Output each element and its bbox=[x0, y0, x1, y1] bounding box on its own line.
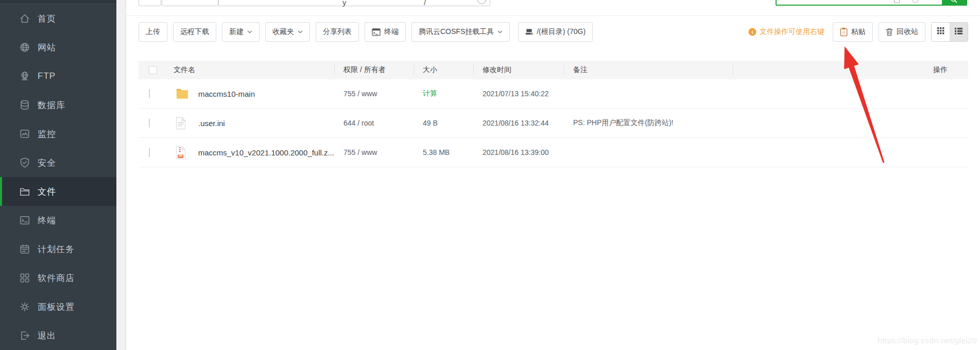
search-icon bbox=[950, 0, 958, 4]
toolbar-right: i 文件操作可使用右键 粘贴 回收站 bbox=[748, 22, 968, 42]
select-all-checkbox[interactable] bbox=[149, 66, 157, 74]
col-note: 备注 bbox=[564, 61, 733, 79]
search-button[interactable] bbox=[942, 0, 966, 5]
right-click-tip: i 文件操作可使用右键 bbox=[748, 27, 824, 37]
zip-file-icon: ZIP bbox=[176, 144, 190, 161]
chevron-down-icon bbox=[497, 30, 503, 33]
file-permission-owner: 755 / www bbox=[334, 90, 414, 98]
col-mtime: 修改时间 bbox=[473, 61, 564, 79]
bt-panel-file-manager: 首页 网站 FTP 数据库 监控 安全 文件 终端 计划任务 软件商店 面板设置… bbox=[0, 0, 980, 350]
file-table: 文件名 权限 / 所有者 大小 修改时间 备注 操作 maccms10-main… bbox=[139, 61, 968, 167]
path-slash-text: / bbox=[424, 0, 426, 7]
grid-view-icon bbox=[937, 27, 944, 37]
terminal-window-icon bbox=[372, 28, 381, 36]
doc-file-icon bbox=[176, 115, 190, 131]
disk-icon bbox=[525, 28, 533, 36]
folder-icon bbox=[19, 186, 30, 197]
table-row: .user.ini 644 / root 49 B 2021/08/16 13:… bbox=[139, 109, 968, 138]
sidebar-item-database[interactable]: 数据库 bbox=[0, 91, 116, 119]
calendar-icon bbox=[19, 243, 30, 255]
favorites-button[interactable]: 收藏夹 bbox=[265, 22, 310, 42]
row-checkbox[interactable] bbox=[149, 118, 150, 128]
row-checkbox[interactable] bbox=[149, 89, 150, 98]
sidebar-item-security[interactable]: 安全 bbox=[0, 148, 116, 177]
clipboard-icon bbox=[840, 27, 848, 37]
file-mtime: 2021/08/16 13:39:00 bbox=[473, 148, 564, 156]
col-actions: 操作 bbox=[733, 61, 968, 79]
home-icon bbox=[19, 13, 30, 24]
sidebar-item-site[interactable]: 网站 bbox=[0, 33, 116, 62]
table-row: ZIP maccms_v10_v2021.1000.2000_full.z...… bbox=[139, 138, 968, 167]
sidebar-top-strip bbox=[0, 0, 116, 4]
shield-icon bbox=[19, 157, 30, 168]
file-note: PS: PHP用户配置文件(防跨站)! bbox=[564, 118, 733, 128]
path-back-button[interactable] bbox=[139, 0, 161, 6]
grid-view-button[interactable] bbox=[932, 23, 950, 41]
file-mtime: 2021/08/16 13:32:44 bbox=[473, 119, 564, 127]
recycle-bin-button[interactable]: 回收站 bbox=[879, 22, 925, 42]
file-permission-owner: 755 / www bbox=[334, 148, 414, 156]
sidebar-item-logout[interactable]: 退出 bbox=[0, 321, 116, 350]
col-filename: 文件名 bbox=[161, 61, 334, 79]
sidebar-gap bbox=[116, 0, 126, 350]
terminal-icon bbox=[19, 215, 30, 226]
sidebar-item-cron[interactable]: 计划任务 bbox=[0, 235, 116, 264]
search-history-icon[interactable] bbox=[894, 0, 900, 3]
chevron-down-icon bbox=[298, 30, 303, 33]
file-permission-owner: 644 / root bbox=[334, 119, 414, 127]
file-mtime: 2021/07/13 15:40:22 bbox=[473, 90, 564, 98]
cosfs-tool-button[interactable]: 腾讯云COSFS挂载工具 bbox=[411, 22, 510, 42]
file-size: 49 B bbox=[414, 119, 473, 127]
file-search-input[interactable] bbox=[776, 0, 967, 6]
table-header: 文件名 权限 / 所有者 大小 修改时间 备注 操作 bbox=[139, 61, 968, 79]
gear-icon bbox=[19, 301, 30, 312]
share-list-button[interactable]: 分享列表 bbox=[316, 22, 359, 42]
path-input-text: y bbox=[342, 0, 347, 7]
calc-size-link[interactable]: 计算 bbox=[414, 89, 473, 98]
trash-icon bbox=[886, 28, 893, 36]
list-view-icon bbox=[955, 27, 962, 37]
svg-text:i: i bbox=[752, 29, 753, 35]
monitor-icon bbox=[19, 128, 30, 139]
chevron-down-icon bbox=[247, 30, 252, 33]
upload-button[interactable]: 上传 bbox=[139, 22, 167, 42]
logout-icon bbox=[19, 330, 30, 341]
ftp-icon bbox=[19, 71, 30, 82]
remote-download-button[interactable]: 远程下载 bbox=[173, 22, 216, 42]
toolbar: 上传 远程下载 新建 收藏夹 分享列表 终端 腾讯云COSFS挂载工具 /(根目… bbox=[139, 22, 968, 42]
col-size: 大小 bbox=[414, 61, 473, 79]
database-icon bbox=[19, 99, 30, 111]
store-icon bbox=[19, 272, 30, 284]
globe-icon bbox=[19, 42, 30, 53]
file-name[interactable]: maccms_v10_v2021.1000.2000_full.z... bbox=[198, 148, 334, 157]
search-option-icon[interactable] bbox=[913, 0, 918, 3]
paste-button[interactable]: 粘贴 bbox=[833, 22, 873, 42]
sidebar-item-appstore[interactable]: 软件商店 bbox=[0, 264, 116, 292]
new-button[interactable]: 新建 bbox=[222, 22, 260, 42]
watermark: https://blog.csdn.net/glei20 bbox=[878, 336, 977, 345]
disk-root-button[interactable]: /(根目录) (70G) bbox=[518, 22, 593, 42]
sidebar-item-monitor[interactable]: 监控 bbox=[0, 119, 116, 148]
svg-text:ZIP: ZIP bbox=[179, 155, 183, 157]
folder-file-icon bbox=[176, 85, 190, 102]
topbar-divider bbox=[126, 15, 980, 16]
view-toggle bbox=[931, 22, 968, 42]
col-permission-owner: 权限 / 所有者 bbox=[334, 61, 414, 79]
sidebar-item-ftp[interactable]: FTP bbox=[0, 62, 116, 91]
sidebar-item-settings[interactable]: 面板设置 bbox=[0, 292, 116, 321]
sidebar: 首页 网站 FTP 数据库 监控 安全 文件 终端 计划任务 软件商店 面板设置… bbox=[0, 0, 116, 350]
info-circle-icon: i bbox=[748, 28, 757, 36]
terminal-button[interactable]: 终端 bbox=[365, 22, 406, 42]
table-row: maccms10-main 755 / www 计算 2021/07/13 15… bbox=[139, 79, 968, 109]
path-input[interactable]: y / bbox=[218, 0, 490, 6]
list-view-button[interactable] bbox=[950, 23, 968, 41]
file-name[interactable]: maccms10-main bbox=[198, 90, 255, 98]
file-size: 5.38 MB bbox=[414, 148, 473, 156]
sidebar-item-terminal[interactable]: 终端 bbox=[0, 206, 116, 235]
main-content: y / 上传 远程下载 新建 收藏夹 分享列表 终端 腾讯云COSFS挂载工具 … bbox=[126, 0, 980, 350]
row-checkbox[interactable] bbox=[149, 148, 150, 157]
path-dropdown-button[interactable] bbox=[162, 0, 218, 6]
sidebar-item-home[interactable]: 首页 bbox=[0, 4, 116, 33]
file-name[interactable]: .user.ini bbox=[198, 119, 225, 128]
sidebar-item-files[interactable]: 文件 bbox=[0, 177, 116, 206]
